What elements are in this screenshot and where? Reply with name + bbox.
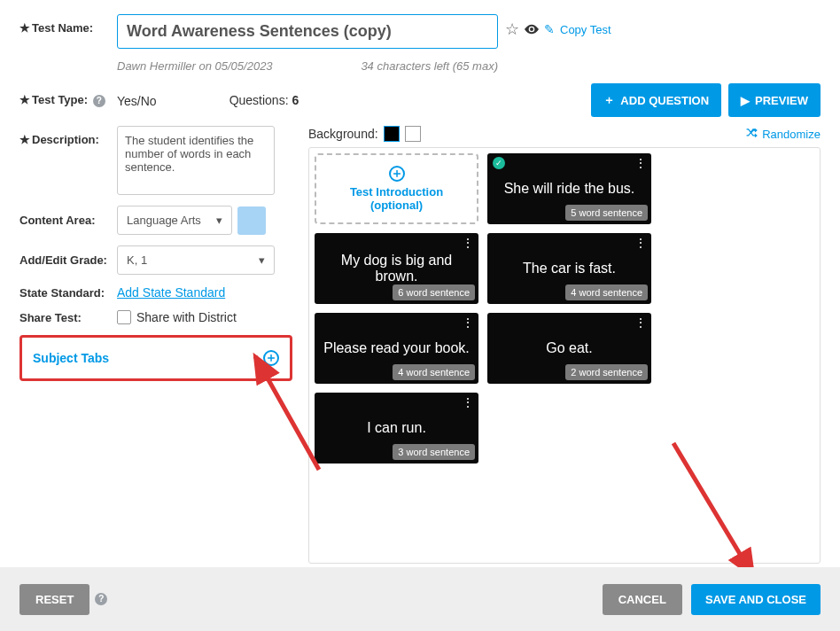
shuffle-icon bbox=[746, 127, 758, 142]
favorite-star-icon[interactable]: ☆ bbox=[505, 19, 519, 39]
question-card[interactable]: ⋮My dog is big and brown.6 word sentence bbox=[315, 233, 478, 304]
question-card[interactable]: ⋮The car is fast.4 word sentence bbox=[487, 233, 651, 304]
more-dots-icon[interactable]: ⋮ bbox=[462, 396, 473, 409]
card-text: Please read your book. bbox=[318, 340, 475, 356]
chevron-down-icon: ▾ bbox=[259, 253, 265, 267]
pencil-icon: ✎ bbox=[544, 22, 555, 36]
card-badge: 3 word sentence bbox=[393, 444, 475, 460]
author-info: Dawn Hermiller on 05/05/2023 bbox=[117, 59, 273, 73]
question-card[interactable]: ⋮Please read your book.4 word sentence bbox=[315, 313, 478, 384]
more-dots-icon[interactable]: ⋮ bbox=[634, 316, 646, 329]
card-badge: 6 word sentence bbox=[393, 284, 475, 300]
add-state-standard-link[interactable]: Add State Standard bbox=[117, 285, 225, 300]
state-standard-label: State Standard: bbox=[19, 286, 117, 300]
share-test-label: Share Test: bbox=[19, 311, 117, 324]
test-name-label: ★Test Name: bbox=[19, 14, 117, 35]
footer-bar: RESET ? CANCEL SAVE AND CLOSE bbox=[0, 567, 840, 631]
cancel-button[interactable]: CANCEL bbox=[603, 584, 682, 615]
grade-select[interactable]: K, 1▾ bbox=[117, 245, 275, 275]
description-textarea[interactable]: The student identifies the number of wor… bbox=[117, 126, 275, 195]
background-white-swatch[interactable] bbox=[405, 126, 421, 142]
randomize-button[interactable]: Randomize bbox=[746, 127, 821, 142]
add-subject-tab-button[interactable]: ＋ bbox=[263, 350, 279, 366]
grade-label: Add/Edit Grade: bbox=[19, 253, 117, 267]
test-type-label: ★Test Type: ? bbox=[19, 93, 117, 107]
share-district-label: Share with District bbox=[136, 310, 237, 324]
play-icon: ▶ bbox=[741, 94, 750, 107]
copy-test-link[interactable]: Copy Test bbox=[560, 23, 611, 36]
content-area-select[interactable]: Language Arts▾ bbox=[117, 206, 232, 235]
more-dots-icon[interactable]: ⋮ bbox=[462, 237, 473, 249]
more-dots-icon[interactable]: ⋮ bbox=[462, 316, 473, 329]
card-badge: 4 word sentence bbox=[393, 364, 475, 380]
content-area-label: Content Area: bbox=[19, 214, 117, 227]
question-card[interactable]: ⋮I can run.3 word sentence bbox=[315, 393, 478, 464]
help-icon[interactable]: ? bbox=[95, 593, 107, 605]
question-card[interactable]: ✓⋮She will ride the bus.5 word sentence bbox=[487, 153, 651, 224]
description-label: ★Description: bbox=[19, 126, 117, 146]
share-district-checkbox[interactable] bbox=[117, 310, 131, 324]
chars-remaining: 34 characters left (65 max) bbox=[361, 59, 498, 73]
test-name-input[interactable] bbox=[117, 14, 498, 49]
preview-button[interactable]: ▶PREVIEW bbox=[728, 83, 821, 117]
visibility-eye-icon[interactable] bbox=[525, 22, 539, 37]
help-icon[interactable]: ? bbox=[93, 95, 105, 107]
card-badge: 5 word sentence bbox=[565, 205, 648, 221]
reset-button[interactable]: RESET bbox=[19, 584, 89, 615]
more-dots-icon[interactable]: ⋮ bbox=[634, 157, 646, 169]
add-question-button[interactable]: ＋ADD QUESTION bbox=[591, 83, 721, 117]
question-cards-area: ＋ Test Introduction (optional) ✓⋮She wil… bbox=[308, 147, 821, 564]
check-icon: ✓ bbox=[493, 157, 505, 169]
card-text: I can run. bbox=[362, 420, 432, 436]
background-row: Background: bbox=[308, 126, 421, 142]
plus-icon: ＋ bbox=[603, 92, 615, 108]
card-badge: 4 word sentence bbox=[565, 284, 648, 300]
chevron-down-icon: ▾ bbox=[216, 214, 222, 227]
subject-tabs-row: Subject Tabs ＋ bbox=[19, 335, 292, 381]
card-text: My dog is big and brown. bbox=[315, 253, 478, 284]
card-text: The car is fast. bbox=[517, 261, 621, 277]
test-type-value: Yes/No bbox=[117, 92, 157, 108]
plus-circle-icon: ＋ bbox=[389, 166, 405, 182]
card-text: Go eat. bbox=[541, 340, 597, 356]
content-color-swatch[interactable] bbox=[237, 206, 266, 235]
test-introduction-card[interactable]: ＋ Test Introduction (optional) bbox=[315, 153, 478, 224]
background-black-swatch[interactable] bbox=[384, 126, 400, 142]
card-badge: 2 word sentence bbox=[565, 364, 648, 380]
subject-tabs-label: Subject Tabs bbox=[33, 351, 109, 365]
question-card[interactable]: ⋮Go eat.2 word sentence bbox=[487, 313, 651, 384]
questions-count: Questions: 6 bbox=[157, 93, 592, 107]
more-dots-icon[interactable]: ⋮ bbox=[634, 237, 646, 249]
save-and-close-button[interactable]: SAVE AND CLOSE bbox=[691, 584, 821, 615]
card-text: She will ride the bus. bbox=[499, 181, 641, 197]
